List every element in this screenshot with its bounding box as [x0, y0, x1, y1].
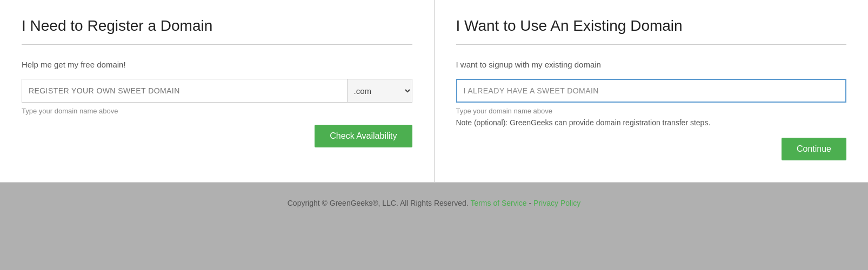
tld-select[interactable]: .com .net .org .info .biz	[348, 79, 412, 103]
register-panel-title: I Need to Register a Domain	[22, 17, 412, 45]
existing-note-text: Note (optional): GreenGeeks can provide …	[456, 118, 847, 127]
main-container: I Need to Register a Domain Help me get …	[0, 0, 868, 183]
register-hint-text: Type your domain name above	[22, 107, 412, 115]
register-domain-input[interactable]	[22, 79, 348, 103]
check-availability-button[interactable]: Check Availability	[315, 125, 412, 147]
existing-panel-title: I Want to Use An Existing Domain	[456, 17, 847, 45]
footer-separator: -	[529, 199, 534, 207]
domain-input-row: .com .net .org .info .biz	[22, 79, 412, 103]
existing-domain-panel: I Want to Use An Existing Domain I want …	[435, 0, 869, 182]
existing-hint-text: Type your domain name above	[456, 107, 847, 115]
existing-domain-input[interactable]	[456, 79, 847, 103]
existing-panel-subtitle: I want to signup with my existing domain	[456, 60, 847, 69]
register-panel: I Need to Register a Domain Help me get …	[0, 0, 435, 182]
footer: Copyright © GreenGeeks®, LLC. All Rights…	[0, 183, 868, 218]
footer-copyright: Copyright © GreenGeeks®, LLC. All Rights…	[288, 199, 469, 207]
register-panel-subtitle: Help me get my free domain!	[22, 60, 412, 69]
footer-terms-link[interactable]: Terms of Service	[470, 199, 526, 207]
footer-privacy-link[interactable]: Privacy Policy	[533, 199, 580, 207]
continue-button[interactable]: Continue	[782, 138, 846, 160]
